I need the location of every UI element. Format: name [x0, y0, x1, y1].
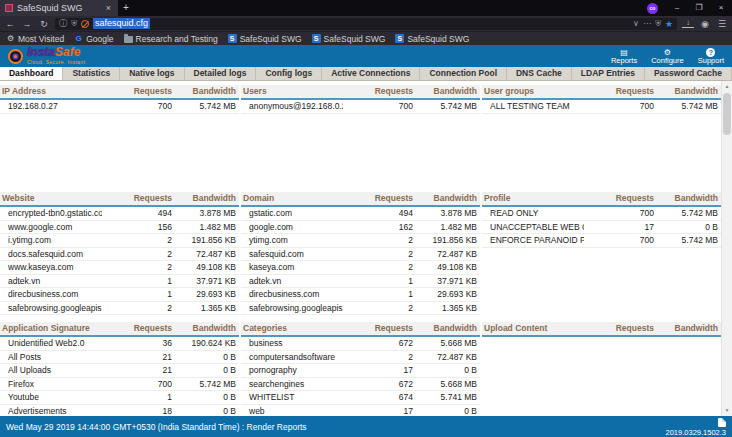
bandwidth-column-header[interactable]: Bandwidth [654, 323, 718, 334]
new-tab-button[interactable]: + [118, 0, 134, 16]
permissions-shield-icon[interactable]: ⛨ [655, 18, 661, 30]
page-actions-icon[interactable]: ⋯ [643, 18, 651, 30]
requests-column-header[interactable]: Requests [584, 193, 654, 204]
requests-column-header[interactable]: Requests [343, 323, 413, 334]
table-row[interactable]: web170 B [241, 405, 480, 417]
bandwidth-column-header[interactable]: Bandwidth [654, 193, 718, 204]
table-row[interactable]: www.kaseya.com249.108 KB [0, 261, 239, 275]
table-row[interactable]: safesquid.com272.487 KB [241, 248, 480, 262]
table-row[interactable]: safebrowsing.googleapis.com21.365 KB [241, 302, 480, 316]
tab-statistics[interactable]: Statistics [63, 67, 120, 80]
tracking-shield-icon[interactable]: ⛨ [71, 18, 77, 30]
tab-dashboard[interactable]: Dashboard [0, 67, 63, 80]
requests-column-header[interactable]: Requests [584, 86, 654, 97]
table-row[interactable]: ytimg.com2191.856 KB [241, 234, 480, 248]
table-row[interactable]: computersandsoftware272.487 KB [241, 351, 480, 365]
table-row[interactable]: direcbusiness.com129.693 KB [241, 288, 480, 302]
requests-column-header[interactable]: Requests [343, 193, 413, 204]
support-button[interactable]: ? Support [698, 48, 724, 65]
table-row[interactable]: All Posts210 B [0, 351, 239, 365]
requests-column-header[interactable]: Requests [584, 323, 654, 334]
panel-title[interactable]: Upload Content [484, 323, 584, 334]
vertical-scrollbar[interactable]: ▲ ▼ [721, 81, 732, 416]
bandwidth-column-header[interactable]: Bandwidth [172, 323, 236, 334]
bandwidth-column-header[interactable]: Bandwidth [172, 86, 236, 97]
tab-close-icon[interactable]: × [104, 3, 113, 13]
table-row[interactable]: business6725.668 MB [241, 337, 480, 351]
window-close-button[interactable]: × [710, 0, 732, 16]
bookmark-item[interactable]: SSafeSquid SWG [312, 34, 386, 44]
table-row[interactable]: encrypted-tbn0.gstatic.com4943.878 MB [0, 207, 239, 221]
bandwidth-column-header[interactable]: Bandwidth [413, 193, 477, 204]
table-row[interactable]: READ ONLY7005.742 MB [482, 207, 721, 221]
tab-config-logs[interactable]: Config logs [256, 67, 322, 80]
requests-column-header[interactable]: Requests [102, 193, 172, 204]
bookmark-item[interactable]: Research and Testing [124, 34, 218, 44]
minimize-button[interactable]: – [666, 0, 688, 16]
blocked-content-icon[interactable] [81, 20, 89, 28]
requests-column-header[interactable]: Requests [102, 86, 172, 97]
panel-title[interactable]: Domain [243, 193, 343, 204]
table-row[interactable]: Unidentified Web2.036190.624 KB [0, 337, 239, 351]
tab-ldap-entries[interactable]: LDAP Entries [572, 67, 645, 80]
table-row[interactable]: Youtube10 B [0, 391, 239, 405]
table-row[interactable]: ENFORCE PARANOID PRIVACY LEVEL7005.742 M… [482, 234, 721, 248]
bookmark-star-icon[interactable]: ★ [665, 18, 673, 30]
scroll-up-icon[interactable]: ▲ [722, 81, 732, 92]
extension-icon[interactable]: co [647, 3, 658, 14]
menu-hamburger-icon[interactable]: ☰ [716, 19, 728, 29]
table-row[interactable]: anonymous@192.168.0.277005.742 MB [241, 100, 480, 114]
table-row[interactable]: pornography170 B [241, 364, 480, 378]
maximize-button[interactable]: ❐ [688, 0, 710, 16]
reload-icon[interactable]: ↻ [38, 19, 50, 29]
bookmark-item[interactable]: ⚙Most Visited [6, 34, 64, 44]
bandwidth-column-header[interactable]: Bandwidth [413, 86, 477, 97]
configure-button[interactable]: ⚙ Configure [651, 48, 684, 65]
table-row[interactable]: adtek.vn137.971 KB [241, 275, 480, 289]
table-row[interactable]: www.google.com1561.482 MB [0, 221, 239, 235]
bandwidth-column-header[interactable]: Bandwidth [172, 193, 236, 204]
tab-native-logs[interactable]: Native logs [120, 67, 184, 80]
table-row[interactable]: kaseya.com249.108 KB [241, 261, 480, 275]
table-row[interactable]: direcbusiness.com129.693 KB [0, 288, 239, 302]
tab-dns-cache[interactable]: DNS Cache [507, 67, 572, 80]
table-row[interactable]: searchengines6725.668 MB [241, 378, 480, 392]
panel-title[interactable]: Users [243, 86, 343, 97]
bandwidth-column-header[interactable]: Bandwidth [413, 323, 477, 334]
table-row[interactable]: gstatic.com4943.878 MB [241, 207, 480, 221]
downloads-icon[interactable]: ↓ [682, 19, 694, 28]
tab-detailed-logs[interactable]: Detailed logs [185, 67, 257, 80]
table-row[interactable]: safebrowsing.googleapis.com21.365 KB [0, 302, 239, 316]
table-row[interactable]: WHITELIST6745.741 MB [241, 391, 480, 405]
url-input[interactable]: safesquid.cfg [93, 18, 150, 29]
back-icon[interactable]: ← [4, 19, 16, 29]
reports-button[interactable]: ▤ Reports [611, 48, 637, 65]
panel-title[interactable]: Application Signature [2, 323, 102, 334]
panel-title[interactable]: User groups [484, 86, 584, 97]
tab-connection-pool[interactable]: Connection Pool [420, 67, 507, 80]
tab-active-connections[interactable]: Active Connections [322, 67, 420, 80]
requests-column-header[interactable]: Requests [343, 86, 413, 97]
site-info-icon[interactable]: ⓘ [59, 18, 67, 30]
panel-title[interactable]: Categories [243, 323, 343, 334]
bookmark-item[interactable]: SSafeSquid SWG [395, 34, 469, 44]
bookmark-item[interactable]: GGoogle [74, 34, 113, 44]
panel-title[interactable]: Website [2, 193, 102, 204]
document-icon[interactable] [718, 418, 726, 427]
table-row[interactable]: google.com1621.482 MB [241, 221, 480, 235]
scroll-down-icon[interactable]: ▼ [722, 405, 732, 416]
bookmark-item[interactable]: SSafeSquid SWG [228, 34, 302, 44]
table-row[interactable]: i.ytimg.com2191.856 KB [0, 234, 239, 248]
chevron-down-icon[interactable]: ∨ [633, 18, 639, 30]
forward-icon[interactable]: → [21, 19, 33, 29]
table-row[interactable]: Advertisements180 B [0, 405, 239, 417]
table-row[interactable]: adtek.vn137.971 KB [0, 275, 239, 289]
panel-title[interactable]: Profile [484, 193, 584, 204]
panel-title[interactable]: IP Address [2, 86, 102, 97]
account-icon[interactable]: ◉ [699, 19, 711, 29]
table-row[interactable]: docs.safesquid.com272.487 KB [0, 248, 239, 262]
bandwidth-column-header[interactable]: Bandwidth [654, 86, 718, 97]
table-row[interactable]: Firefox7005.742 MB [0, 378, 239, 392]
table-row[interactable]: ALL TESTING TEAM7005.742 MB [482, 100, 721, 114]
table-row[interactable]: UNACCEPTABLE WEB CATEGORY170 B [482, 221, 721, 235]
